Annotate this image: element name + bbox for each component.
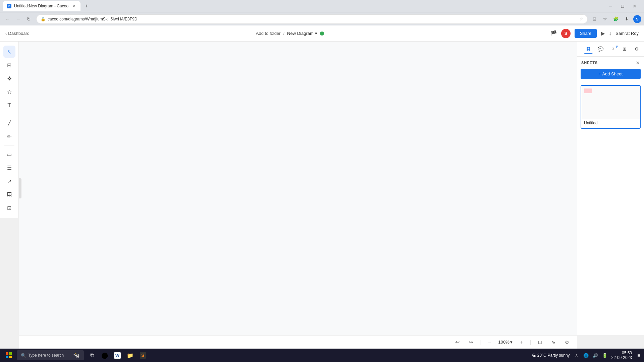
zoom-in-button[interactable]: +: [517, 338, 526, 347]
embed-tool-button[interactable]: ⊡: [3, 202, 15, 214]
sticky-tool-button[interactable]: ▭: [3, 148, 15, 160]
stackoverflow-taskbar-button[interactable]: S: [137, 349, 149, 361]
word-taskbar-button[interactable]: W: [111, 349, 123, 361]
panel-icons-row: ▦ 💬 🖥 β ⊞ ⚙: [577, 42, 644, 57]
forward-button[interactable]: →: [13, 14, 23, 24]
share-button[interactable]: Share: [575, 29, 597, 38]
svg-rect-2: [6, 356, 8, 358]
url-display: cacoo.com/diagrams/WmdjIumSkH5IwrHA/E3F9…: [48, 17, 578, 21]
browser-chrome: C Untitled:New Diagram - Cacoo ✕ + ─ □ ✕: [0, 0, 644, 12]
active-tab[interactable]: C Untitled:New Diagram - Cacoo ✕: [3, 1, 80, 11]
back-button[interactable]: ←: [3, 14, 12, 24]
clock-date: 22-09-2023: [611, 355, 632, 360]
sheet-item[interactable]: Untitled: [581, 85, 641, 129]
breadcrumb-separator: /: [283, 31, 284, 36]
star-tool-button[interactable]: ☆: [3, 86, 15, 98]
tab-close-button[interactable]: ✕: [71, 3, 76, 9]
add-to-folder-link[interactable]: Add to folder: [256, 31, 281, 36]
user-name-label: Samrat Roy: [615, 31, 639, 36]
close-window-button[interactable]: ✕: [631, 2, 639, 10]
sheet-name-label: Untitled: [581, 119, 640, 128]
network-icon[interactable]: 🌐: [582, 351, 590, 359]
address-bar[interactable]: 🔒 cacoo.com/diagrams/WmdjIumSkH5IwrHA/E3…: [36, 14, 588, 24]
weather-widget[interactable]: 🌤 28°C Partly sunny: [532, 353, 570, 358]
file-explorer-button[interactable]: 📁: [124, 349, 136, 361]
volume-icon[interactable]: 🔊: [591, 351, 599, 359]
export-button[interactable]: ↓: [609, 31, 611, 37]
text-tool-button[interactable]: T: [3, 99, 15, 111]
start-button[interactable]: [1, 349, 16, 362]
diagram-name-button[interactable]: New Diagram ▾: [287, 31, 317, 36]
sheet-list: Untitled: [577, 82, 644, 131]
undo-button[interactable]: ↩: [452, 338, 462, 347]
download-icon[interactable]: ⬇: [623, 15, 631, 23]
bottom-zoom-bar: ↩ ↪ | − 100% ▾ + | ⊡ ∿ ⚙: [19, 335, 577, 349]
list-tool-button[interactable]: ☰: [3, 162, 15, 174]
chart-tool-button[interactable]: ↗: [3, 175, 15, 187]
taskbar-right-area: 🌤 28°C Partly sunny ∧ 🌐 🔊 🔋 05:53 22-09-…: [532, 351, 643, 360]
caret-up-icon[interactable]: ∧: [573, 351, 581, 359]
left-edge-toggle[interactable]: [19, 178, 21, 198]
zoom-divider: |: [479, 339, 481, 345]
lock-icon: 🔒: [41, 17, 46, 21]
svg-rect-0: [6, 352, 8, 355]
tab-title: Untitled:New Diagram - Cacoo: [14, 4, 68, 8]
right-panel: ▦ 💬 🖥 β ⊞ ⚙ SHEETS ✕ + Add Sheet Unti: [577, 42, 644, 335]
presentation-panel-icon[interactable]: 🖥 β: [608, 44, 617, 54]
taskbar-search-placeholder: Type here to search: [28, 353, 64, 358]
battery-icon[interactable]: 🔋: [601, 351, 609, 359]
line-tool-button[interactable]: ╱: [3, 117, 15, 129]
cast-icon[interactable]: ⊡: [590, 15, 598, 23]
maximize-button[interactable]: □: [619, 2, 627, 10]
taskbar-system-icons: ∧ 🌐 🔊 🔋: [573, 351, 609, 359]
refresh-button[interactable]: ↻: [24, 14, 34, 24]
extensions-icon[interactable]: 🧩: [612, 15, 620, 23]
flag-icon: 🏴: [550, 30, 557, 37]
add-sheet-button[interactable]: + Add Sheet: [581, 69, 641, 79]
minimize-button[interactable]: ─: [606, 2, 614, 10]
chrome-taskbar-button[interactable]: ⬤: [99, 349, 111, 361]
canvas-area[interactable]: [19, 42, 577, 335]
chrome-icon: ⬤: [101, 352, 108, 359]
notification-button[interactable]: ⊟: [635, 351, 643, 359]
toolbar-divider-2: [4, 145, 14, 145]
select-tool-button[interactable]: ↖: [3, 46, 15, 58]
connections-panel-icon[interactable]: ⊞: [620, 44, 629, 54]
fit-to-screen-button[interactable]: ⊡: [535, 338, 545, 347]
comments-panel-icon[interactable]: 💬: [596, 44, 605, 54]
canvas-settings-button[interactable]: ⚙: [562, 338, 572, 347]
play-button[interactable]: ▶: [601, 30, 605, 37]
main-content: ↖ ⊟ ❖ ☆ T ╱ ✏ ▭ ☰ ↗ 🖼 ⊡ ▦ 💬 🖥 β ⊞ ⚙: [0, 42, 644, 349]
table-tool-button[interactable]: ⊟: [3, 59, 15, 71]
weather-condition: Partly sunny: [548, 353, 570, 358]
settings-panel-icon[interactable]: ⚙: [632, 44, 641, 54]
zoom-level-dropdown[interactable]: 100% ▾: [498, 340, 513, 345]
dashboard-back-button[interactable]: ‹ Dashboard: [5, 31, 30, 36]
sheets-panel: SHEETS ✕ + Add Sheet Untitled: [577, 57, 644, 335]
zoom-out-button[interactable]: −: [485, 338, 494, 347]
back-chevron-icon: ‹: [5, 31, 7, 36]
zoom-dropdown-icon: ▾: [510, 340, 513, 345]
task-view-icon: ⧉: [90, 352, 94, 358]
shapes-tool-button[interactable]: ❖: [3, 72, 15, 84]
pen-tool-button[interactable]: ✏: [3, 130, 15, 142]
browser-profile[interactable]: S: [633, 15, 641, 23]
tab-bar: C Untitled:New Diagram - Cacoo ✕ +: [3, 1, 602, 11]
redo-button[interactable]: ↪: [466, 338, 475, 347]
stackoverflow-icon: S: [140, 352, 146, 359]
new-tab-button[interactable]: +: [82, 1, 91, 11]
shapes-panel-icon[interactable]: ▦: [584, 44, 593, 54]
bookmark-icon[interactable]: ☆: [601, 15, 609, 23]
svg-rect-3: [9, 356, 12, 358]
image-tool-button[interactable]: 🖼: [3, 188, 15, 200]
sheets-close-button[interactable]: ✕: [636, 60, 640, 65]
sheets-header: SHEETS ✕: [577, 57, 644, 69]
taskbar-search-box[interactable]: 🔍 Type here to search 🐄: [17, 350, 84, 360]
waypoint-button[interactable]: ∿: [549, 338, 558, 347]
task-view-button[interactable]: ⧉: [86, 349, 98, 361]
browser-action-buttons: ⊡ ☆ 🧩 ⬇ S: [590, 15, 641, 23]
user-profile-button[interactable]: S: [561, 29, 571, 38]
app-right-buttons: 🏴 S Share ▶ ↓ Samrat Roy: [550, 29, 639, 38]
system-clock[interactable]: 05:53 22-09-2023: [611, 351, 632, 360]
sheet-thumbnail-preview: [581, 86, 640, 119]
